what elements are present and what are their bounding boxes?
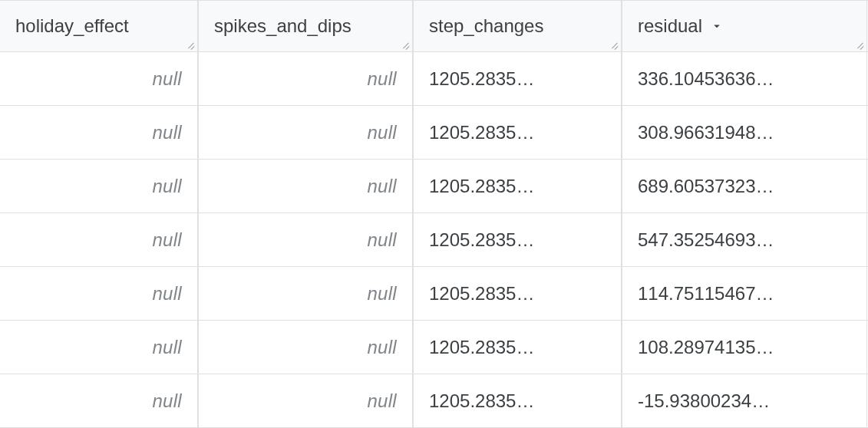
cell-value: 1205.2835… [429, 122, 534, 143]
cell-value: 108.28974135… [638, 337, 774, 358]
cell-value: null [152, 122, 182, 143]
cell-value: null [367, 122, 397, 143]
cell-spikes-and-dips: null [198, 374, 413, 427]
column-header-label: holiday_effect [15, 15, 129, 37]
column-header-residual[interactable]: residual [622, 1, 867, 51]
table-row: null null 1205.2835… 547.35254693… [0, 213, 868, 267]
cell-step-changes: 1205.2835… [413, 321, 622, 374]
cell-holiday-effect: null [0, 160, 198, 212]
column-header-label: residual [638, 15, 702, 37]
table-row: null null 1205.2835… 108.28974135… [0, 321, 868, 374]
cell-value: 547.35254693… [638, 229, 774, 251]
column-header-step-changes[interactable]: step_changes [413, 1, 622, 51]
cell-step-changes: 1205.2835… [413, 267, 622, 320]
cell-step-changes: 1205.2835… [413, 213, 622, 266]
cell-value: 1205.2835… [429, 390, 534, 412]
cell-residual: 308.96631948… [622, 106, 867, 159]
cell-residual: 108.28974135… [622, 321, 867, 374]
resize-handle-icon[interactable] [853, 38, 865, 50]
cell-step-changes: 1205.2835… [413, 374, 622, 427]
cell-spikes-and-dips: null [198, 106, 413, 159]
cell-holiday-effect: null [0, 213, 198, 266]
resize-handle-icon[interactable] [183, 38, 196, 50]
results-table: holiday_effect spikes_and_dips step_chan… [0, 0, 868, 428]
resize-handle-icon[interactable] [607, 38, 619, 50]
cell-step-changes: 1205.2835… [413, 106, 622, 159]
column-header-label: spikes_and_dips [214, 15, 351, 37]
cell-value: null [367, 176, 397, 197]
cell-value: 1205.2835… [429, 68, 534, 90]
cell-value: null [152, 229, 182, 251]
cell-step-changes: 1205.2835… [413, 160, 622, 212]
cell-value: null [367, 283, 397, 305]
cell-holiday-effect: null [0, 52, 198, 105]
cell-holiday-effect: null [0, 106, 198, 159]
cell-value: null [152, 68, 182, 90]
table-row: null null 1205.2835… 689.60537323… [0, 160, 868, 213]
cell-residual: 689.60537323… [622, 160, 867, 212]
column-header-holiday-effect[interactable]: holiday_effect [0, 1, 198, 51]
cell-value: 336.10453636… [638, 68, 774, 90]
cell-value: 1205.2835… [429, 283, 534, 305]
cell-residual: 114.75115467… [622, 267, 867, 320]
cell-spikes-and-dips: null [198, 267, 413, 320]
cell-residual: 336.10453636… [622, 52, 867, 105]
column-header-spikes-and-dips[interactable]: spikes_and_dips [198, 1, 413, 51]
cell-spikes-and-dips: null [198, 160, 413, 212]
table-row: null null 1205.2835… 114.75115467… [0, 267, 868, 321]
cell-value: 1205.2835… [429, 229, 534, 251]
cell-value: null [152, 390, 182, 412]
cell-value: 1205.2835… [429, 176, 534, 197]
cell-residual: 547.35254693… [622, 213, 867, 266]
cell-spikes-and-dips: null [198, 52, 413, 105]
cell-residual: -15.93800234… [622, 374, 867, 427]
resize-handle-icon[interactable] [398, 38, 411, 50]
cell-value: 114.75115467… [638, 283, 774, 305]
cell-value: null [367, 337, 397, 358]
cell-holiday-effect: null [0, 321, 198, 374]
cell-value: 308.96631948… [638, 122, 774, 143]
cell-value: null [152, 176, 182, 197]
cell-value: null [152, 283, 182, 305]
sort-descending-icon [710, 19, 724, 33]
table-row: null null 1205.2835… 308.96631948… [0, 106, 868, 160]
cell-value: null [367, 68, 397, 90]
cell-value: null [152, 337, 182, 358]
cell-spikes-and-dips: null [198, 321, 413, 374]
column-header-label: step_changes [429, 15, 543, 37]
cell-spikes-and-dips: null [198, 213, 413, 266]
cell-value: 1205.2835… [429, 337, 534, 358]
cell-value: null [367, 229, 397, 251]
cell-value: -15.93800234… [638, 390, 770, 412]
table-header-row: holiday_effect spikes_and_dips step_chan… [0, 0, 868, 52]
cell-step-changes: 1205.2835… [413, 52, 622, 105]
table-row: null null 1205.2835… 336.10453636… [0, 52, 868, 106]
cell-holiday-effect: null [0, 267, 198, 320]
cell-value: 689.60537323… [638, 176, 774, 197]
table-row: null null 1205.2835… -15.93800234… [0, 374, 868, 428]
cell-holiday-effect: null [0, 374, 198, 427]
cell-value: null [367, 390, 397, 412]
